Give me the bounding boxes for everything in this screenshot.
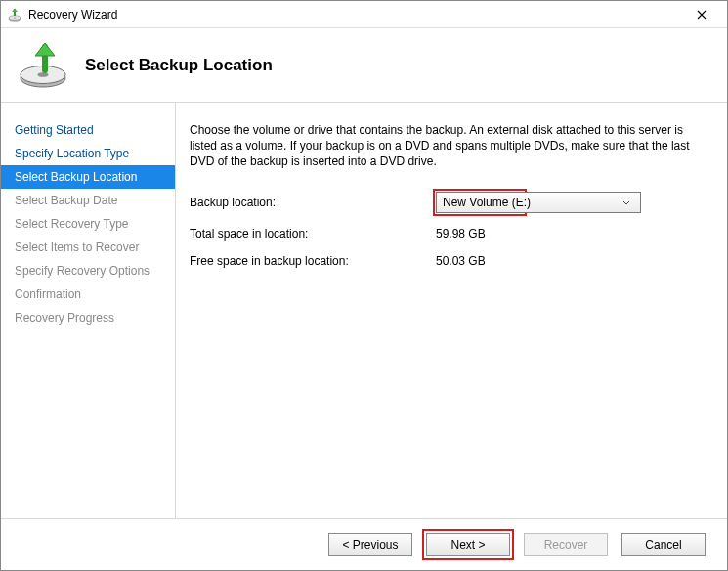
total-space-row: Total space in location: 59.98 GB	[190, 227, 709, 241]
titlebar: Recovery Wizard	[1, 1, 727, 28]
instructions-text: Choose the volume or drive that contains…	[190, 122, 709, 170]
wizard-footer: < Previous Next > Recover Cancel	[1, 519, 727, 570]
step-select-backup-location[interactable]: Select Backup Location	[1, 165, 175, 189]
close-button[interactable]	[682, 1, 721, 28]
step-select-backup-date: Select Backup Date	[1, 189, 175, 212]
backup-location-value: New Volume (E:)	[443, 196, 619, 209]
wizard-icon	[17, 39, 69, 92]
free-space-row: Free space in backup location: 50.03 GB	[190, 254, 709, 268]
total-space-label: Total space in location:	[190, 227, 436, 241]
app-icon	[7, 7, 22, 22]
wizard-content: Choose the volume or drive that contains…	[175, 103, 727, 518]
step-specify-recovery-options: Specify Recovery Options	[1, 259, 175, 283]
close-icon	[697, 10, 707, 20]
wizard-steps-sidebar: Getting Started Specify Location Type Se…	[1, 103, 175, 518]
svg-point-2	[14, 17, 17, 18]
step-getting-started[interactable]: Getting Started	[1, 118, 175, 142]
step-recovery-progress: Recovery Progress	[1, 306, 175, 329]
free-space-value: 50.03 GB	[436, 254, 486, 268]
step-select-items-to-recover: Select Items to Recover	[1, 236, 175, 259]
svg-point-5	[38, 72, 49, 77]
step-select-recovery-type: Select Recovery Type	[1, 212, 175, 236]
step-confirmation: Confirmation	[1, 283, 175, 306]
recovery-wizard-window: Recovery Wizard Select Backup Location G…	[0, 0, 728, 571]
page-title: Select Backup Location	[85, 56, 273, 75]
recover-button: Recover	[524, 533, 608, 556]
wizard-header: Select Backup Location	[1, 28, 727, 102]
step-specify-location-type[interactable]: Specify Location Type	[1, 142, 175, 165]
wizard-body: Getting Started Specify Location Type Se…	[1, 102, 727, 519]
backup-location-dropdown[interactable]: New Volume (E:)	[436, 192, 641, 213]
cancel-button[interactable]: Cancel	[621, 533, 706, 556]
chevron-down-icon	[619, 196, 634, 209]
next-button[interactable]: Next >	[426, 533, 510, 556]
backup-location-row: Backup location: New Volume (E:)	[190, 192, 709, 213]
backup-location-label: Backup location:	[190, 196, 436, 209]
free-space-label: Free space in backup location:	[190, 254, 436, 268]
previous-button[interactable]: < Previous	[328, 533, 412, 556]
window-title: Recovery Wizard	[28, 8, 682, 22]
total-space-value: 59.98 GB	[436, 227, 486, 241]
